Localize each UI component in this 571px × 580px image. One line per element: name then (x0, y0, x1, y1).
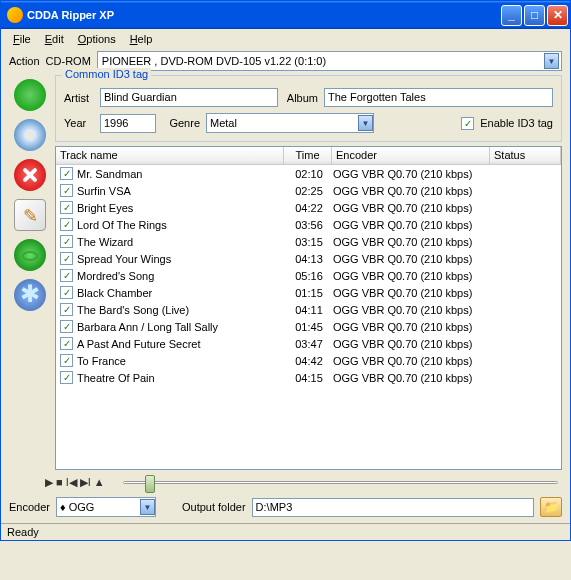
next-button[interactable]: ▶I (80, 476, 91, 489)
table-row[interactable]: ✓Barbara Ann / Long Tall Sally01:45OGG V… (56, 318, 561, 335)
table-row[interactable]: ✓To France04:42OGG VBR Q0.70 (210 kbps) (56, 352, 561, 369)
disc-icon[interactable] (14, 119, 46, 151)
table-row[interactable]: ✓A Past And Future Secret03:47OGG VBR Q0… (56, 335, 561, 352)
genre-select[interactable]: Metal ▼ (206, 113, 374, 133)
track-checkbox[interactable]: ✓ (60, 218, 73, 231)
stop-button[interactable]: ■ (56, 476, 63, 489)
track-time: 01:45 (285, 321, 333, 333)
track-encoder: OGG VBR Q0.70 (210 kbps) (333, 185, 491, 197)
track-time: 01:15 (285, 287, 333, 299)
playback-controls: ▶ ■ I◀ ▶I ▲ (1, 470, 570, 495)
track-checkbox[interactable]: ✓ (60, 252, 73, 265)
artist-label: Artist (64, 92, 94, 104)
album-input[interactable]: The Forgotten Tales (324, 88, 553, 107)
col-status[interactable]: Status (490, 147, 561, 164)
track-encoder: OGG VBR Q0.70 (210 kbps) (333, 304, 491, 316)
cancel-icon[interactable] (14, 159, 46, 191)
table-row[interactable]: ✓Bright Eyes04:22OGG VBR Q0.70 (210 kbps… (56, 199, 561, 216)
track-name: The Wizard (77, 236, 285, 248)
track-checkbox[interactable]: ✓ (60, 167, 73, 180)
main-panel: Common ID3 tag Artist Blind Guardian Alb… (55, 75, 562, 470)
track-encoder: OGG VBR Q0.70 (210 kbps) (333, 270, 491, 282)
track-encoder: OGG VBR Q0.70 (210 kbps) (333, 219, 491, 231)
output-folder-input[interactable]: D:\MP3 (252, 498, 534, 517)
app-window: CDDA Ripper XP _ □ ✕ File Edit Options H… (0, 0, 571, 541)
track-rows: ✓Mr. Sandman02:10OGG VBR Q0.70 (210 kbps… (56, 165, 561, 386)
menu-help[interactable]: Help (124, 31, 159, 47)
table-row[interactable]: ✓Mordred's Song05:16OGG VBR Q0.70 (210 k… (56, 267, 561, 284)
col-time[interactable]: Time (284, 147, 332, 164)
track-checkbox[interactable]: ✓ (60, 184, 73, 197)
track-name: Barbara Ann / Long Tall Sally (77, 321, 285, 333)
track-time: 04:11 (285, 304, 333, 316)
track-checkbox[interactable]: ✓ (60, 337, 73, 350)
track-name: Mr. Sandman (77, 168, 285, 180)
table-row[interactable]: ✓The Wizard03:15OGG VBR Q0.70 (210 kbps) (56, 233, 561, 250)
track-time: 04:15 (285, 372, 333, 384)
table-row[interactable]: ✓Black Chamber01:15OGG VBR Q0.70 (210 kb… (56, 284, 561, 301)
track-checkbox[interactable]: ✓ (60, 354, 73, 367)
year-label: Year (64, 117, 94, 129)
track-checkbox[interactable]: ✓ (60, 269, 73, 282)
close-button[interactable]: ✕ (547, 5, 568, 26)
track-time: 03:56 (285, 219, 333, 231)
track-checkbox[interactable]: ✓ (60, 286, 73, 299)
edit-icon[interactable] (14, 199, 46, 231)
table-row[interactable]: ✓Spread Your Wings04:13OGG VBR Q0.70 (21… (56, 250, 561, 267)
eject-button[interactable]: ▲ (94, 476, 105, 489)
settings-icon[interactable] (14, 279, 46, 311)
table-row[interactable]: ✓Mr. Sandman02:10OGG VBR Q0.70 (210 kbps… (56, 165, 561, 182)
track-name: Bright Eyes (77, 202, 285, 214)
minimize-button[interactable]: _ (501, 5, 522, 26)
track-encoder: OGG VBR Q0.70 (210 kbps) (333, 338, 491, 350)
track-checkbox[interactable]: ✓ (60, 235, 73, 248)
track-header: Track name Time Encoder Status (56, 147, 561, 165)
app-icon (7, 7, 23, 23)
track-checkbox[interactable]: ✓ (60, 201, 73, 214)
encoder-dropdown-icon[interactable]: ▼ (140, 499, 155, 515)
track-time: 02:10 (285, 168, 333, 180)
recycle-icon[interactable] (14, 79, 46, 111)
menu-file[interactable]: File (7, 31, 37, 47)
table-row[interactable]: ✓Lord Of The Rings03:56OGG VBR Q0.70 (21… (56, 216, 561, 233)
track-encoder: OGG VBR Q0.70 (210 kbps) (333, 321, 491, 333)
encoder-label: Encoder (9, 501, 50, 513)
track-list: Track name Time Encoder Status ✓Mr. Sand… (55, 146, 562, 470)
menu-edit[interactable]: Edit (39, 31, 70, 47)
action-label: Action (9, 55, 40, 67)
output-folder-label: Output folder (182, 501, 246, 513)
cdrom-select[interactable]: PIONEER , DVD-ROM DVD-105 v1.22 (0:1:0) … (97, 51, 562, 71)
track-checkbox[interactable]: ✓ (60, 303, 73, 316)
menu-options[interactable]: Options (72, 31, 122, 47)
track-checkbox[interactable]: ✓ (60, 320, 73, 333)
encoder-select[interactable]: ♦ OGG ▼ (56, 497, 156, 517)
track-encoder: OGG VBR Q0.70 (210 kbps) (333, 287, 491, 299)
play-button[interactable]: ▶ (45, 476, 53, 489)
track-checkbox[interactable]: ✓ (60, 371, 73, 384)
cdrom-label: CD-ROM (46, 55, 91, 67)
table-row[interactable]: ✓The Bard's Song (Live)04:11OGG VBR Q0.7… (56, 301, 561, 318)
maximize-button[interactable]: □ (524, 5, 545, 26)
genre-dropdown-icon[interactable]: ▼ (358, 115, 373, 131)
globe-icon[interactable] (14, 239, 46, 271)
track-encoder: OGG VBR Q0.70 (210 kbps) (333, 253, 491, 265)
table-row[interactable]: ✓Surfin VSA02:25OGG VBR Q0.70 (210 kbps) (56, 182, 561, 199)
col-trackname[interactable]: Track name (56, 147, 284, 164)
col-encoder[interactable]: Encoder (332, 147, 490, 164)
artist-input[interactable]: Blind Guardian (100, 88, 278, 107)
track-name: Mordred's Song (77, 270, 285, 282)
seek-slider[interactable] (123, 481, 558, 484)
seek-thumb[interactable] (145, 475, 155, 493)
table-row[interactable]: ✓Theatre Of Pain04:15OGG VBR Q0.70 (210 … (56, 369, 561, 386)
track-name: To France (77, 355, 285, 367)
genre-value: Metal (207, 117, 358, 129)
cdrom-dropdown-icon[interactable]: ▼ (544, 53, 559, 69)
track-time: 03:47 (285, 338, 333, 350)
titlebar[interactable]: CDDA Ripper XP _ □ ✕ (1, 1, 570, 29)
track-encoder: OGG VBR Q0.70 (210 kbps) (333, 168, 491, 180)
enable-id3-checkbox[interactable]: ✓ (461, 117, 474, 130)
year-input[interactable]: 1996 (100, 114, 156, 133)
browse-folder-button[interactable]: 📁 (540, 497, 562, 517)
track-name: The Bard's Song (Live) (77, 304, 285, 316)
prev-button[interactable]: I◀ (66, 476, 77, 489)
